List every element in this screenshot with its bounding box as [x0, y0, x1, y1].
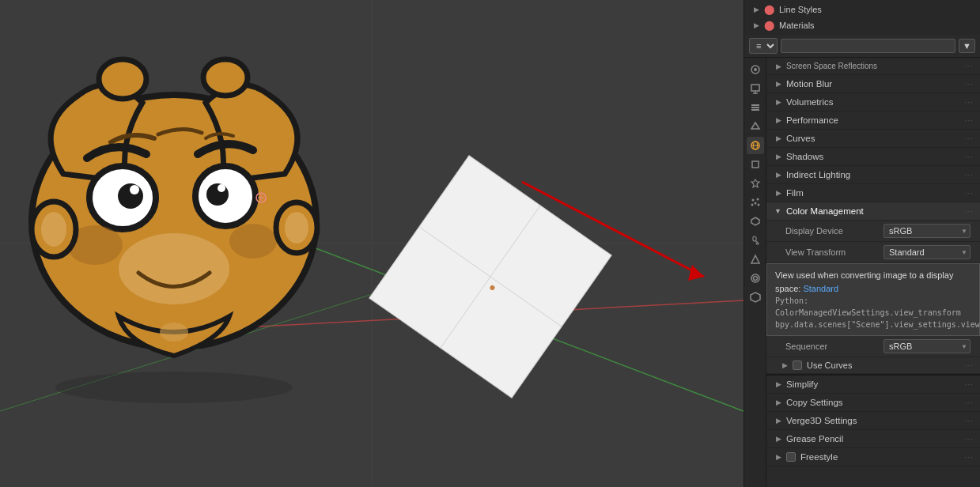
svg-rect-38: [751, 104, 759, 106]
volumetrics-label: Volumetrics: [786, 97, 833, 107]
filter-dropdown[interactable]: ≡: [749, 38, 778, 54]
use-curves-chevron: ▶: [782, 361, 788, 369]
display-device-select-wrap: sRGB: [884, 224, 971, 238]
sequencer-select[interactable]: sRGB: [884, 339, 971, 353]
line-styles-icon: ⬤: [764, 4, 774, 15]
section-verge3d[interactable]: ▶ Verge3D Settings ···: [766, 412, 980, 430]
motion-blur-chevron: ▶: [776, 80, 781, 88]
svg-marker-55: [751, 293, 760, 302]
view-transform-tooltip: View used when converting image to a dis…: [766, 263, 980, 336]
verge3d-chevron: ▶: [776, 417, 781, 425]
svg-point-53: [751, 274, 759, 282]
sequencer-row: Sequencer sRGB: [766, 336, 980, 357]
copy-settings-label: Copy Settings: [786, 398, 843, 407]
view-transform-row: View Transform Standard: [766, 242, 980, 263]
tab-data[interactable]: [747, 251, 764, 268]
svg-point-29: [160, 323, 188, 342]
properties-panel: ▶ ⬤ Line Styles ▶ ⬤ Materials ≡ ▼: [744, 0, 980, 487]
sequencer-select-wrap: sRGB: [884, 339, 971, 353]
svg-rect-40: [751, 109, 759, 111]
color-management-body: Display Device sRGB View Transform Stand…: [766, 221, 980, 376]
view-transform-select-wrap: Standard: [884, 245, 971, 259]
tab-physics[interactable]: [747, 213, 764, 230]
tab-view-layer[interactable]: [747, 99, 764, 116]
line-styles-arrow: ▶: [754, 6, 759, 13]
section-shadows[interactable]: ▶ Shadows ···: [766, 148, 980, 166]
color-mgmt-label: Color Management: [786, 206, 864, 216]
section-simplify[interactable]: ▶ Simplify ···: [766, 376, 980, 394]
section-screen-space[interactable]: ▶ Screen Space Reflections ···: [766, 58, 980, 75]
freestyle-checkbox[interactable]: [786, 452, 796, 462]
svg-rect-39: [751, 107, 759, 108]
simplify-chevron: ▶: [776, 380, 781, 388]
materials-label: Materials: [779, 21, 815, 30]
svg-marker-51: [751, 217, 759, 225]
section-performance[interactable]: ▶ Performance ···: [766, 111, 980, 130]
tab-shader[interactable]: [747, 289, 764, 306]
materials-item[interactable]: ▶ ⬤ Materials: [751, 17, 974, 33]
tab-output[interactable]: [747, 80, 764, 97]
svg-point-54: [753, 277, 757, 281]
svg-point-31: [203, 59, 248, 96]
view-transform-select[interactable]: Standard: [884, 245, 971, 259]
svg-point-50: [757, 204, 759, 206]
section-film[interactable]: ▶ Film ···: [766, 184, 980, 202]
svg-point-48: [754, 202, 756, 205]
tab-scene[interactable]: [747, 118, 764, 135]
display-device-select[interactable]: sRGB: [884, 224, 971, 238]
svg-point-46: [751, 199, 754, 202]
performance-label: Performance: [786, 115, 838, 125]
shadows-label: Shadows: [786, 152, 823, 161]
freestyle-label: Freestyle: [800, 452, 838, 462]
tab-constraints[interactable]: [747, 232, 764, 249]
display-device-label: Display Device: [785, 226, 884, 236]
svg-point-30: [99, 59, 146, 99]
tab-material[interactable]: [747, 270, 764, 287]
tooltip-main-text: View used when converting image to a dis…: [775, 270, 953, 293]
tab-object[interactable]: [747, 156, 764, 173]
volumetrics-chevron: ▶: [776, 98, 781, 106]
svg-rect-45: [752, 161, 759, 168]
search-input[interactable]: [781, 39, 955, 53]
curves-chevron: ▶: [776, 134, 781, 142]
svg-point-47: [756, 198, 759, 201]
tab-render[interactable]: [747, 61, 764, 78]
panel-top-items: ▶ ⬤ Line Styles ▶ ⬤ Materials: [744, 0, 980, 35]
svg-point-18: [218, 184, 225, 192]
tooltip-highlight-text: Standard: [803, 284, 838, 293]
use-curves-checkbox[interactable]: [793, 361, 802, 370]
svg-point-16: [206, 183, 229, 206]
section-motion-blur[interactable]: ▶ Motion Blur ···: [766, 75, 980, 93]
grease-pencil-chevron: ▶: [776, 435, 781, 443]
section-freestyle[interactable]: ▶ Freestyle ···: [766, 448, 980, 466]
svg-marker-41: [751, 123, 759, 129]
search-row: ≡ ▼: [744, 35, 980, 58]
view-transform-label: View Transform: [785, 247, 884, 257]
line-styles-item[interactable]: ▶ ⬤ Line Styles: [751, 2, 974, 17]
svg-point-17: [130, 185, 139, 194]
grease-pencil-label: Grease Pencil: [786, 434, 843, 444]
shadows-chevron: ▶: [776, 153, 781, 160]
tooltip-code1: Python: ColorManagedViewSettings.view_tr…: [775, 295, 971, 319]
section-curves[interactable]: ▶ Curves ···: [766, 130, 980, 148]
simplify-label: Simplify: [786, 379, 818, 389]
section-indirect-lighting[interactable]: ▶ Indirect Lighting ···: [766, 166, 980, 184]
svg-point-28: [285, 212, 308, 244]
materials-icon: ⬤: [764, 20, 774, 31]
use-curves-row: ▶ Use Curves ···: [766, 357, 980, 374]
screen-space-label: Screen Space Reflections: [786, 62, 877, 70]
curves-label: Curves: [786, 134, 815, 143]
film-chevron: ▶: [776, 189, 781, 197]
section-grease-pencil[interactable]: ▶ Grease Pencil ···: [766, 430, 980, 448]
tab-particles[interactable]: [747, 194, 764, 211]
section-color-management[interactable]: ▼ Color Management ···: [766, 202, 980, 221]
tab-world[interactable]: [747, 137, 764, 154]
viewport[interactable]: [0, 0, 744, 487]
svg-marker-52: [751, 255, 759, 263]
tab-modifier[interactable]: [747, 175, 764, 192]
motion-blur-label: Motion Blur: [786, 79, 832, 89]
section-copy-settings[interactable]: ▶ Copy Settings ···: [766, 394, 980, 412]
section-volumetrics[interactable]: ▶ Volumetrics ···: [766, 93, 980, 111]
search-expand-button[interactable]: ▼: [959, 39, 975, 53]
copy-settings-chevron: ▶: [776, 398, 781, 406]
